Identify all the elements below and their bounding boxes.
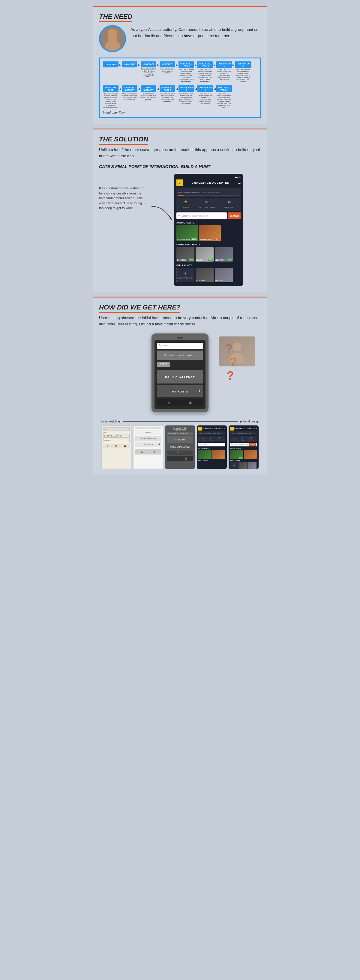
plus-icon: + [184,271,187,277]
evolution-labels: Initial sketch ◀ ▶ Final design [99,420,261,423]
flow-arrow-3: ▶ [157,61,159,67]
how-title-wrapper: How Did We Get Here? [99,304,261,311]
progress-bar [178,195,239,196]
memories-icon: ⊞ [224,200,234,204]
how-section-title: How Did We Get Here? [99,304,180,313]
active-hunts-section: Active Hunts 100% NYC MOVIE HUNT 40% WAL… [176,221,241,241]
nav-memories-label: Memories [224,207,234,208]
flow-col-hb1: Hunt Build Page 1 Here Cate can enter hu… [179,61,194,83]
avatar-image [100,25,125,52]
arrow-left-icon: ◀ [118,420,120,423]
hunts-icon: ★ [183,200,189,204]
progress-label: Hunt Progress Bar: NYC Movie Hunt 10% [178,191,219,193]
svg-rect-2 [108,37,117,45]
digital-mockup-gray: Challenge Accepted Hunt Progress Bar: 10… [165,425,195,469]
hunt-label-1: NYC MOVIE HUNT [177,239,190,240]
completed-item-2[interactable]: 100% SHEA/CITI [195,247,214,262]
flow-col-hunt-summary: Hunt Summary Here Cate can publish or sa… [141,85,156,101]
flow-arrow-1: ▶ [119,61,121,67]
flow-col-tp1: Task Pop-Up 1 Here Cate can review accep… [216,61,232,81]
home-nav-icon[interactable]: ⌂ [168,401,170,405]
phone-nav[interactable]: ★ Hunts ◎ Daily Challenge ⊞ Memories [176,198,241,211]
arrow-svg [150,204,174,222]
built-label-1: NFL STADIUM [196,280,205,282]
completed-label-2: SHEA/CITI [196,259,203,261]
daily-icon: ◎ [198,200,215,204]
search-icon-old: 🔍 [158,344,162,347]
flow-diagram: Open App ▶ Sign In/Up ▶ Home Page Choose… [99,57,261,118]
flow-col-home: Home Page Choose Find a Hunt or Daily Ch… [141,61,156,78]
old-bottom-nav: ⌂ ◎ [157,399,203,406]
profile-nav-icon[interactable]: ◎ [189,401,192,405]
built-item-2[interactable]: STRAT CATS [215,268,233,282]
how-text: User testing showed the initial home men… [99,315,261,328]
evolution-stage-5: ✓ Challenge Accepted ≡ Hunt Progress Bar… [229,425,259,469]
create-label: Create a New Hunt [178,277,193,279]
app-header: ✓ Challenge Accepted ≡ [176,180,241,186]
daily-challenge-block[interactable]: Daily Challenge [157,370,203,383]
search-input-area[interactable]: 🔍 Search for a new hunt to join [176,212,227,219]
user-silhouette [225,339,249,363]
evolution-stage-3: Challenge Accepted Hunt Progress Bar: 10… [165,425,195,469]
search-placeholder-text: Search for a new hunt to join [181,215,208,217]
user-photo [219,336,255,366]
active-hunts-grid: 100% NYC MOVIE HUNT 40% WALKING TOUR [176,225,241,241]
help-button-area: HELP! [157,362,203,367]
solution-section: The Solution Unlike a lot of the other s… [93,129,267,292]
flow-arrow-7: ▶ [232,61,235,67]
completed-item-1[interactable]: 100% NFL STADIUM [176,247,194,262]
completed-label-1: NFL STADIUM [177,259,186,261]
battery-icon: ▮ [239,176,241,178]
hunt-item-2[interactable]: 40% WALKING TOUR [199,225,221,241]
built-label-2: STRAT CATS [215,280,224,282]
nav-item-memories[interactable]: ⊞ Memories [224,200,234,209]
solution-section-title: The Solution [99,135,148,145]
flow-col-tp2: Task Pop-Up 2 Here Cate is shown confirm… [235,61,251,83]
nav-item-daily[interactable]: ◎ Daily Challenge [198,200,215,209]
svg-point-0 [108,29,118,39]
evolution-stage-2: Help! Daily Challenge My Hunts + ⌂ ◎ [133,425,163,469]
need-section-title: The Need [99,13,132,22]
digital-mockup-dark-1: ✓ Challenge Accepted ≡ Hunt Progress Bar… [197,425,227,469]
flow-top-row: Open App ▶ Sign In/Up ▶ Home Page Choose… [103,61,257,83]
completed-label-3: MLB STADIUM [215,259,224,261]
active-hunts-title: Active Hunts [176,221,241,224]
solution-title-wrapper: The Solution [99,135,261,143]
persona-description: As a type-A social butterfly, Cate needs… [131,25,261,39]
feature-description: It's important for this feature to be ea… [99,174,147,211]
sketch-mockup-2: Help! Daily Challenge My Hunts + ⌂ ◎ [133,425,163,469]
arrow-right-icon: ▶ [240,420,242,423]
persona-avatar [99,25,126,52]
flow-col-invite: Invitation Page Here Cate can type in ph… [103,85,118,109]
completed-hunts-section: Completed Hunts 100% NFL STADIUM 100% SH… [176,243,241,262]
flow-bottom-row: Invitation Page Here Cate can type in ph… [103,85,257,109]
my-hunts-block[interactable]: My Hunts + [157,385,203,397]
evolution-arrow-line [123,421,238,422]
search-button[interactable]: Search [228,212,241,219]
hint-text: Search for a hunt to join here. [164,354,195,356]
help-button[interactable]: HELP! [157,362,170,367]
sketch-mockup-1: 🔍 Help Daily Challenges My Hunts ⌂ ◎ ☰ [101,425,131,469]
feature-text: It's important for this feature to be ea… [99,186,147,211]
final-design-label: Final design [243,420,259,423]
flow-col-hb2: Hunt Build Page 2 Here Cate can select t… [197,61,213,83]
create-new-hunt-button[interactable]: + Create a New Hunt [176,268,194,282]
flow-arrow-5: ▶ [195,61,197,67]
progress-bar-area: Hunt Progress Bar: NYC Movie Hunt 10% [176,188,241,197]
status-bar: ●●● ▮ [176,176,241,178]
flow-col-tp1-bottom: Task Pop-Up 1 Here Cate can review accep… [197,85,213,105]
app-title: Challenge Accepted [192,181,229,184]
nav-item-hunts[interactable]: ★ Hunts [183,200,189,209]
my-hunts-plus-icon[interactable]: + [198,388,201,394]
nav-daily-label: Daily Challenge [198,207,215,208]
evolution-grid: 🔍 Help Daily Challenges My Hunts ⌂ ◎ ☰ [99,425,261,469]
built-item-1[interactable]: NFL STADIUM [195,268,214,282]
old-search-bar[interactable]: 🔍 Search... [157,343,203,349]
need-section: The Need As a type-A social butterfly, C… [93,7,267,124]
flow-arrow-6: ▶ [214,61,216,67]
hunt-item-1[interactable]: 100% NYC MOVIE HUNT [176,225,198,241]
menu-icon[interactable]: ≡ [238,180,241,185]
svg-point-5 [229,353,245,363]
old-search-placeholder: Search... [162,345,171,347]
completed-item-3[interactable]: 100% MLB STADIUM [215,247,233,262]
